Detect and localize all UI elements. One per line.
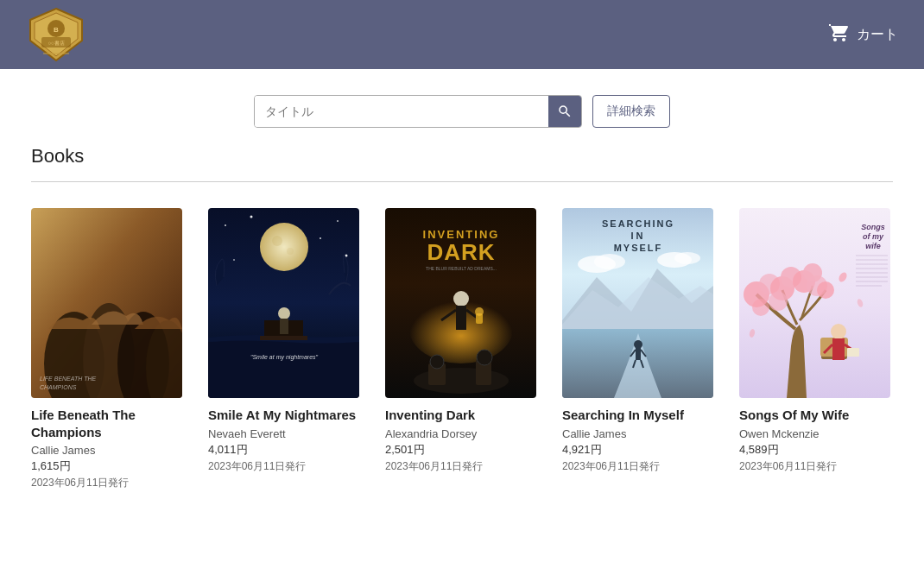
svg-text:○○書店: ○○書店 (47, 40, 64, 46)
svg-point-21 (260, 223, 308, 271)
svg-text:of my: of my (863, 232, 884, 241)
svg-rect-24 (208, 338, 359, 398)
advanced-search-button[interactable]: 詳細検索 (592, 95, 670, 128)
svg-text:THE BLUR REBUILT AD DREAMS...: THE BLUR REBUILT AD DREAMS... (426, 266, 497, 271)
book-cover-5: Songs of my wife (739, 208, 890, 398)
svg-point-71 (831, 324, 846, 339)
svg-text:wife: wife (865, 242, 881, 250)
book-author-1: Callie James (31, 444, 182, 457)
svg-text:DARK: DARK (427, 239, 495, 265)
book-grid: LIFE BENEATH THE CHAMPIONS Life Beneath … (31, 208, 893, 490)
section-title: Books (31, 145, 893, 167)
svg-rect-26 (260, 336, 307, 340)
book-price-4: 4,921円 (562, 442, 713, 458)
book-author-5: Owen Mckenzie (739, 427, 890, 440)
svg-rect-36 (456, 306, 466, 330)
book-title-3: Inventing Dark (385, 407, 536, 424)
book-card-3[interactable]: INVENTING DARK THE BLUR REBUILT AD DREAM… (385, 208, 536, 490)
search-input[interactable] (255, 96, 548, 127)
svg-point-62 (817, 281, 834, 299)
svg-text:"Smile at my nightmares": "Smile at my nightmares" (250, 354, 319, 361)
svg-point-22 (272, 236, 282, 246)
book-date-2: 2023年06月11日発行 (208, 459, 359, 474)
book-price-5: 4,589円 (739, 442, 890, 458)
svg-point-39 (414, 368, 509, 394)
svg-point-38 (475, 307, 484, 316)
book-author-3: Alexandria Dorsey (385, 427, 536, 440)
book-date-4: 2023年06月11日発行 (562, 459, 713, 474)
main-content: Books (0, 145, 924, 490)
book-author-2: Nevaeh Everett (208, 427, 359, 440)
book-cover-2: "Smile at my nightmares" (208, 208, 359, 398)
book-card-2[interactable]: "Smile at my nightmares" Smile At My Nig… (208, 208, 359, 490)
book-price-1: 1,615円 (31, 458, 182, 474)
svg-text:CHAMPIONS: CHAMPIONS (40, 384, 77, 390)
svg-text:MYSELF: MYSELF (614, 243, 663, 253)
book-card-1[interactable]: LIFE BENEATH THE CHAMPIONS Life Beneath … (31, 208, 182, 490)
book-title-1: Life Beneath The Champions (31, 407, 182, 440)
svg-rect-72 (832, 338, 845, 360)
cart-button[interactable]: カート (829, 22, 898, 47)
book-card-5[interactable]: Songs of my wife Songs Of My Wife Owen M… (739, 208, 890, 490)
book-title-4: Searching In Myself (562, 407, 713, 424)
cart-label: カート (857, 26, 898, 44)
svg-point-42 (430, 355, 444, 369)
divider (31, 181, 893, 182)
svg-text:Songs: Songs (861, 223, 885, 231)
svg-point-43 (477, 350, 492, 365)
book-author-4: Callie James (562, 427, 713, 440)
book-title-2: Smile At My Nightmares (208, 407, 359, 424)
svg-point-35 (453, 291, 469, 306)
svg-rect-50 (636, 348, 641, 360)
svg-point-18 (320, 237, 321, 239)
search-section: 詳細検索 (0, 69, 924, 145)
book-cover-4: SEARCHING IN MYSELF (562, 208, 713, 398)
svg-point-49 (634, 340, 642, 349)
logo[interactable]: B ○○書店 (26, 4, 86, 65)
book-price-2: 4,011円 (208, 442, 359, 458)
svg-point-52 (594, 254, 625, 269)
svg-text:LIFE BENEATH THE: LIFE BENEATH THE (40, 376, 97, 382)
svg-point-19 (233, 259, 235, 261)
search-button[interactable] (548, 95, 581, 128)
svg-point-23 (287, 248, 294, 255)
svg-point-27 (278, 307, 290, 319)
book-date-1: 2023年06月11日発行 (31, 476, 182, 490)
book-title-5: Songs Of My Wife (739, 407, 890, 424)
svg-point-16 (250, 216, 253, 218)
header: B ○○書店 カート (0, 0, 924, 69)
search-input-wrap (254, 95, 582, 128)
svg-point-15 (225, 224, 226, 226)
svg-point-64 (752, 299, 769, 316)
svg-point-17 (337, 220, 339, 222)
book-cover-1: LIFE BENEATH THE CHAMPIONS (31, 208, 182, 398)
cart-icon (829, 22, 850, 47)
svg-text:B: B (54, 26, 59, 34)
svg-rect-28 (280, 319, 288, 334)
book-card-4[interactable]: SEARCHING IN MYSELF (562, 208, 713, 490)
svg-point-54 (674, 252, 700, 264)
book-date-3: 2023年06月11日発行 (385, 459, 536, 474)
search-icon (557, 104, 573, 119)
svg-point-65 (769, 292, 788, 311)
svg-text:SEARCHING: SEARCHING (602, 218, 674, 229)
book-price-3: 2,501円 (385, 442, 536, 458)
svg-rect-73 (847, 348, 859, 357)
book-date-5: 2023年06月11日発行 (739, 459, 890, 474)
book-cover-3: INVENTING DARK THE BLUR REBUILT AD DREAM… (385, 208, 536, 398)
svg-point-63 (803, 263, 822, 282)
svg-text:IN: IN (631, 231, 646, 241)
